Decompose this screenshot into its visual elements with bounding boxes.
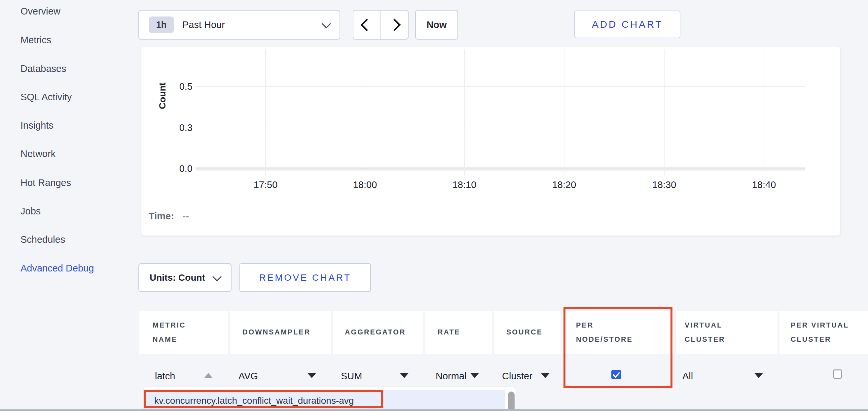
next-time-button[interactable] [381, 10, 408, 39]
header-per-virtual-cluster: PER VIRTUAL CLUSTER [779, 311, 868, 354]
x-tick-1800: 18:00 [342, 179, 388, 190]
x-tick-1750: 17:50 [242, 179, 289, 190]
vgridline-1840 [764, 49, 764, 175]
metric-suggestion-label: kv.concurrency.latch_conflict_wait_durat… [154, 396, 354, 406]
sidebar-item-databases[interactable]: Databases [21, 63, 66, 74]
header-metric-name: METRIC NAME [139, 311, 228, 354]
now-button[interactable]: Now [415, 10, 458, 40]
sidebar-item-overview[interactable]: Overview [21, 6, 60, 17]
remove-chart-label: REMOVE CHART [259, 272, 351, 283]
chevron-down-icon [212, 272, 222, 281]
per-virtual-cluster-checkbox[interactable] [833, 370, 842, 379]
now-button-label: Now [426, 20, 446, 30]
header-source: SOURCE [494, 311, 560, 354]
window-bottom-edge [0, 409, 868, 411]
vgridline-1800 [365, 49, 365, 175]
custom-chart-page: Overview Metrics Databases SQL Activity … [0, 0, 868, 411]
x-tick-1810: 18:10 [441, 179, 488, 190]
hover-time-readout: Time:-- [149, 211, 189, 222]
sidebar-item-advanced-debug[interactable]: Advanced Debug [21, 263, 94, 274]
header-rate: RATE [425, 311, 492, 354]
sidebar-item-jobs[interactable]: Jobs [21, 206, 41, 217]
time-range-label: Past Hour [182, 20, 225, 30]
gridline-00 [195, 169, 805, 169]
time-range-badge: 1h [149, 16, 174, 33]
sidebar-item-metrics[interactable]: Metrics [21, 35, 51, 45]
caret-down-icon[interactable] [541, 373, 550, 378]
y-tick-00: 0.0 [173, 163, 192, 174]
units-dropdown-label: Units: Count [150, 272, 205, 283]
time-range-selector[interactable]: 1h Past Hour [138, 10, 340, 40]
time-label: Time: [149, 211, 174, 221]
time-pager [353, 10, 409, 40]
source-select[interactable]: Cluster [502, 371, 532, 382]
header-virtual-cluster: VIRTUAL CLUSTER [676, 311, 777, 354]
add-chart-label: ADD CHART [592, 19, 663, 30]
y-tick-05: 0.5 [173, 81, 192, 92]
gridline-05 [195, 87, 805, 87]
sidebar-item-hot-ranges[interactable]: Hot Ranges [21, 177, 71, 189]
caret-down-icon[interactable] [470, 373, 479, 378]
time-value: -- [183, 211, 189, 221]
per-node-store-checkbox[interactable] [611, 370, 621, 379]
sidebar-item-network[interactable]: Network [21, 148, 56, 159]
metric-name-input[interactable]: latch [155, 371, 175, 382]
vgridline-1820 [564, 49, 564, 175]
prev-time-button[interactable] [353, 10, 380, 39]
add-chart-button[interactable]: ADD CHART [575, 10, 680, 38]
metric-suggestion-item[interactable]: kv.concurrency.latch_conflict_wait_durat… [144, 390, 505, 411]
dropdown-scrollbar[interactable] [508, 391, 515, 411]
chart-card: Count 0.5 0.3 0.0 17:50 18:00 18:10 18:2… [141, 46, 841, 236]
header-downsampler: DOWNSAMPLER [230, 311, 331, 354]
sidebar-item-schedules[interactable]: Schedules [21, 234, 65, 245]
y-axis-label: Count [157, 73, 168, 109]
vgridline-1750 [265, 49, 266, 175]
downsampler-select[interactable]: AVG [239, 371, 258, 382]
x-tick-1820: 18:20 [541, 179, 587, 190]
caret-up-icon[interactable] [204, 373, 213, 378]
remove-chart-button[interactable]: REMOVE CHART [240, 263, 371, 292]
header-aggregator: AGGREGATOR [333, 311, 423, 354]
x-tick-1840: 18:40 [741, 179, 787, 190]
vgridline-1830 [664, 49, 664, 175]
chevron-right-icon [388, 19, 401, 31]
checkmark-icon [612, 370, 620, 378]
gridline-03 [195, 128, 805, 128]
units-dropdown[interactable]: Units: Count [138, 263, 231, 292]
caret-down-icon[interactable] [754, 373, 763, 378]
chevron-left-icon [361, 19, 373, 31]
sidebar-item-sql-activity[interactable]: SQL Activity [21, 92, 72, 103]
metric-suggestions-dropdown: kv.concurrency.latch_conflict_wait_durat… [143, 386, 516, 411]
caret-down-icon[interactable] [308, 373, 316, 378]
header-per-node-store: PER NODE/STORE [562, 311, 675, 354]
virtual-cluster-select[interactable]: All [682, 371, 693, 382]
vgridline-1810 [464, 49, 465, 175]
caret-down-icon[interactable] [400, 373, 409, 378]
aggregator-select[interactable]: SUM [341, 371, 362, 382]
x-tick-1830: 18:30 [641, 179, 687, 190]
chevron-down-icon [322, 19, 331, 28]
sidebar-item-insights[interactable]: Insights [21, 120, 54, 131]
rate-select[interactable]: Normal [436, 371, 466, 382]
y-tick-03: 0.3 [173, 123, 192, 133]
